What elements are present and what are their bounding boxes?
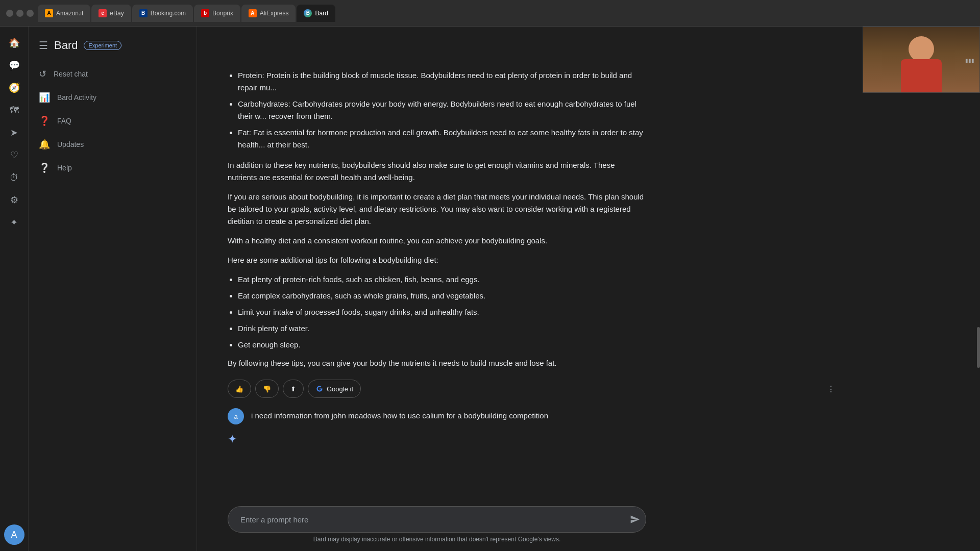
star-icon[interactable]: ✦ bbox=[4, 212, 24, 233]
browser-tab-ali[interactable]: AAliExpress bbox=[241, 5, 296, 22]
chat-area[interactable]: Protein: Protein is the building block o… bbox=[197, 55, 840, 498]
maximize-btn[interactable] bbox=[27, 10, 34, 17]
browser-tab-bard[interactable]: BBard bbox=[297, 5, 335, 22]
google-it-label: Google it bbox=[327, 385, 353, 393]
help-label: Help bbox=[57, 164, 72, 172]
app-layout: 🏠 💬 🧭 🗺 ➤ ♡ ⏱ ⚙ ✦ A ☰ Bard Experiment ↺ … bbox=[0, 27, 980, 551]
experiment-badge: Experiment bbox=[84, 41, 121, 50]
help-icon: ❔ bbox=[39, 162, 50, 173]
nav-reset-chat[interactable]: ↺ Reset chat bbox=[29, 62, 190, 86]
response-paragraph: With a healthy diet and a consistent wor… bbox=[228, 235, 646, 247]
thumbs-up-button[interactable]: 👍 bbox=[228, 380, 251, 398]
updates-icon: 🔔 bbox=[39, 139, 50, 150]
scroll-thumb[interactable] bbox=[977, 327, 980, 368]
arrow-icon[interactable]: ➤ bbox=[4, 122, 24, 143]
prompt-input[interactable] bbox=[228, 506, 646, 533]
thumbs-down-button[interactable]: 👎 bbox=[255, 380, 279, 398]
tip-item: Eat plenty of protein-rich foods, such a… bbox=[238, 273, 646, 286]
thumbs-up-icon: 👍 bbox=[235, 385, 243, 393]
user-avatar: a bbox=[228, 408, 244, 424]
chat-icon[interactable]: 💬 bbox=[4, 55, 24, 76]
user-message-text: i need information from john meadows how… bbox=[251, 408, 548, 422]
sidebar-icons: 🏠 💬 🧭 🗺 ➤ ♡ ⏱ ⚙ ✦ A bbox=[0, 27, 29, 551]
user-message-row: a i need information from john meadows h… bbox=[228, 408, 840, 424]
disclaimer-text: Bard may display inaccurate or offensive… bbox=[228, 533, 646, 547]
nav-header: ☰ Bard Experiment bbox=[29, 35, 197, 62]
video-overlay: ▮▮▮ bbox=[863, 27, 980, 93]
thumbs-down-icon: 👎 bbox=[263, 385, 271, 393]
tip-item: Get enough sleep. bbox=[238, 339, 646, 351]
video-feed: ▮▮▮ bbox=[863, 27, 979, 92]
user-avatar-letter: a bbox=[234, 413, 237, 420]
nav-bard-activity[interactable]: 📊 Bard Activity bbox=[29, 86, 190, 109]
scroll-track bbox=[976, 55, 980, 508]
hamburger-menu[interactable]: ☰ bbox=[39, 39, 48, 52]
bard-activity-label: Bard Activity bbox=[57, 93, 96, 102]
prompt-input-container bbox=[228, 506, 646, 533]
browser-tab-ebay[interactable]: eeBay bbox=[91, 5, 131, 22]
bard-typing-row: ✦ bbox=[228, 433, 840, 446]
bard-star-typing-icon: ✦ bbox=[228, 433, 237, 446]
profile-icon[interactable]: A bbox=[4, 524, 24, 545]
action-buttons-row: 👍 👎 ⬆ Google it ⋮ bbox=[228, 380, 840, 398]
browser-tab-bonprix[interactable]: bBonprix bbox=[194, 5, 240, 22]
export-icon: ⬆ bbox=[290, 385, 296, 393]
browser-bar: AAmazon.iteeBayBBooking.combBonprixAAliE… bbox=[0, 0, 980, 27]
explore-icon[interactable]: 🧭 bbox=[4, 78, 24, 98]
bullet-item: Protein: Protein is the building block o… bbox=[238, 69, 646, 94]
nav-panel: ☰ Bard Experiment ↺ Reset chat 📊 Bard Ac… bbox=[29, 27, 197, 551]
faq-label: FAQ bbox=[57, 117, 71, 125]
nav-faq[interactable]: ❓ FAQ bbox=[29, 109, 190, 133]
updates-label: Updates bbox=[57, 140, 84, 148]
nav-help[interactable]: ❔ Help bbox=[29, 156, 190, 180]
response-content: Protein: Protein is the building block o… bbox=[228, 69, 646, 369]
clock-icon[interactable]: ⏱ bbox=[4, 167, 24, 188]
activity-icon: 📊 bbox=[39, 92, 50, 103]
export-button[interactable]: ⬆ bbox=[283, 380, 304, 398]
response-paragraph: If you are serious about bodybuilding, i… bbox=[228, 191, 646, 228]
browser-tab-amazon[interactable]: AAmazon.it bbox=[38, 5, 90, 22]
heart-icon[interactable]: ♡ bbox=[4, 145, 24, 165]
nav-updates[interactable]: 🔔 Updates bbox=[29, 133, 190, 156]
bullet-item: Fat: Fat is essential for hormone produc… bbox=[238, 127, 646, 151]
faq-icon: ❓ bbox=[39, 115, 50, 127]
main-content: ▮▮▮ ⋯ A Protein: Protein is the building… bbox=[197, 27, 980, 551]
reset-icon: ↺ bbox=[39, 68, 46, 80]
google-it-button[interactable]: Google it bbox=[308, 380, 361, 398]
google-icon bbox=[315, 385, 324, 393]
response-paragraph: In addition to these key nutrients, body… bbox=[228, 159, 646, 184]
prompt-area: Bard may display inaccurate or offensive… bbox=[197, 498, 980, 551]
browser-tabs: AAmazon.iteeBayBBooking.combBonprixAAliE… bbox=[38, 5, 974, 22]
more-menu-icon[interactable]: ⋮ bbox=[822, 380, 840, 398]
settings-icon[interactable]: ⚙ bbox=[4, 190, 24, 210]
minimize-btn[interactable] bbox=[16, 10, 23, 17]
bullet-item: Carbohydrates: Carbohydrates provide you… bbox=[238, 98, 646, 122]
tip-item: Limit your intake of processed foods, su… bbox=[238, 306, 646, 318]
tip-item: Drink plenty of water. bbox=[238, 322, 646, 335]
tip-item: Eat complex carbohydrates, such as whole… bbox=[238, 290, 646, 302]
send-button[interactable] bbox=[630, 514, 640, 524]
map-icon[interactable]: 🗺 bbox=[4, 100, 24, 120]
browser-tab-booking[interactable]: BBooking.com bbox=[132, 5, 193, 22]
reset-chat-label: Reset chat bbox=[54, 70, 88, 78]
home-icon[interactable]: 🏠 bbox=[4, 33, 24, 53]
response-paragraph: Here are some additional tips for follow… bbox=[228, 254, 646, 266]
close-btn[interactable] bbox=[6, 10, 13, 17]
window-controls bbox=[6, 10, 34, 17]
app-title: Bard bbox=[54, 39, 78, 52]
